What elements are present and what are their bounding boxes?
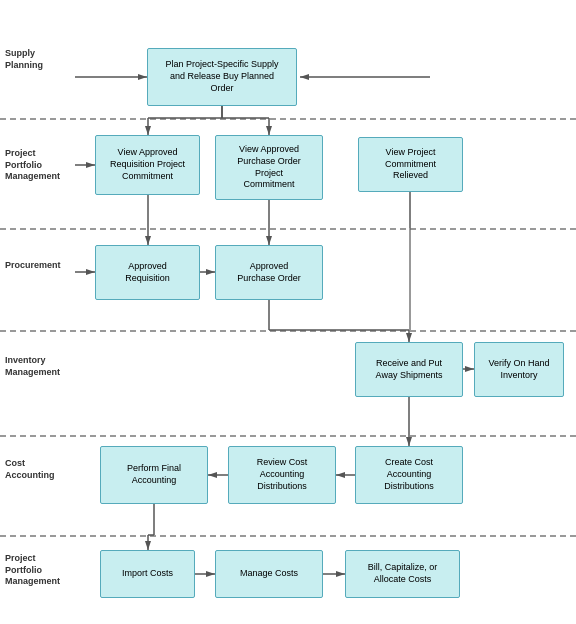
node-approved-po[interactable]: ApprovedPurchase Order (215, 245, 323, 300)
lane-label-ppm-2: ProjectPortfolioManagement (5, 553, 85, 588)
lane-border-1 (0, 118, 576, 120)
lane-label-cost-accounting: CostAccounting (5, 458, 85, 481)
node-bill-capitalize[interactable]: Bill, Capitalize, orAllocate Costs (345, 550, 460, 598)
lane-label-procurement: Procurement (5, 260, 85, 272)
node-import-costs[interactable]: Import Costs (100, 550, 195, 598)
lane-border-4 (0, 435, 576, 437)
diagram: SupplyPlanning ProjectPortfolioManagemen… (0, 0, 576, 624)
node-receive-putaway[interactable]: Receive and PutAway Shipments (355, 342, 463, 397)
node-view-req-commitment[interactable]: View ApprovedRequisition ProjectCommitme… (95, 135, 200, 195)
node-approved-requisition[interactable]: ApprovedRequisition (95, 245, 200, 300)
node-review-cost-dist[interactable]: Review CostAccountingDistributions (228, 446, 336, 504)
node-plan-project[interactable]: Plan Project-Specific Supplyand Release … (147, 48, 297, 106)
lane-label-ppm-1: ProjectPortfolioManagement (5, 148, 85, 183)
node-verify-onhand[interactable]: Verify On HandInventory (474, 342, 564, 397)
lane-label-inventory: InventoryManagement (5, 355, 85, 378)
lane-label-supply-planning: SupplyPlanning (5, 48, 85, 71)
node-create-cost-dist[interactable]: Create CostAccountingDistributions (355, 446, 463, 504)
lane-border-3 (0, 330, 576, 332)
node-view-commitment-relieved[interactable]: View ProjectCommitmentRelieved (358, 137, 463, 192)
lane-border-2 (0, 228, 576, 230)
lane-border-5 (0, 535, 576, 537)
node-manage-costs[interactable]: Manage Costs (215, 550, 323, 598)
node-view-po-commitment[interactable]: View ApprovedPurchase OrderProjectCommit… (215, 135, 323, 200)
node-perform-final[interactable]: Perform FinalAccounting (100, 446, 208, 504)
